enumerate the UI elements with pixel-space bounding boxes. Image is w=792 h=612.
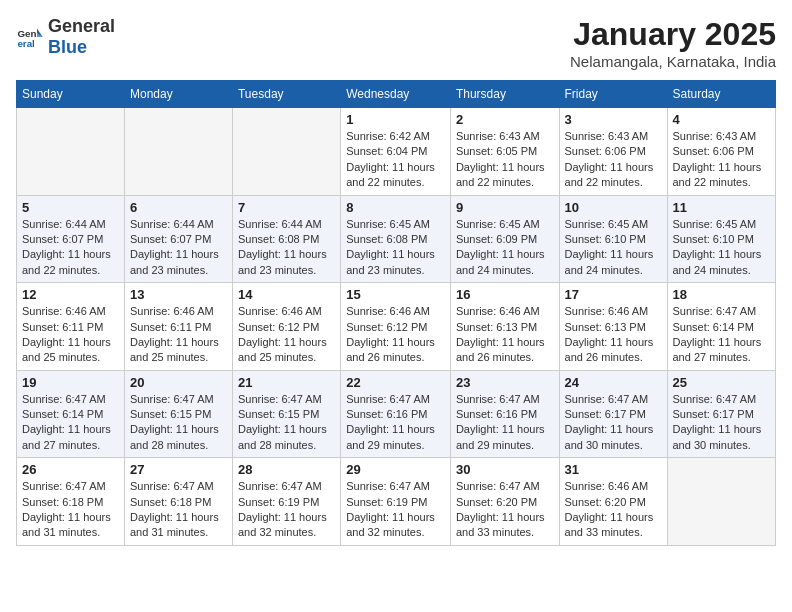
day-number: 21 <box>238 375 335 390</box>
day-info: Sunrise: 6:47 AMSunset: 6:19 PMDaylight:… <box>346 479 445 541</box>
day-info: Sunrise: 6:47 AMSunset: 6:20 PMDaylight:… <box>456 479 554 541</box>
day-info: Sunrise: 6:47 AMSunset: 6:15 PMDaylight:… <box>238 392 335 454</box>
calendar-cell: 31Sunrise: 6:46 AMSunset: 6:20 PMDayligh… <box>559 458 667 546</box>
calendar-cell <box>232 108 340 196</box>
calendar-cell: 11Sunrise: 6:45 AMSunset: 6:10 PMDayligh… <box>667 195 776 283</box>
day-info: Sunrise: 6:47 AMSunset: 6:16 PMDaylight:… <box>346 392 445 454</box>
day-number: 2 <box>456 112 554 127</box>
day-number: 23 <box>456 375 554 390</box>
day-number: 16 <box>456 287 554 302</box>
location-title: Nelamangala, Karnataka, India <box>570 53 776 70</box>
day-info: Sunrise: 6:44 AMSunset: 6:07 PMDaylight:… <box>22 217 119 279</box>
day-info: Sunrise: 6:46 AMSunset: 6:13 PMDaylight:… <box>456 304 554 366</box>
day-info: Sunrise: 6:47 AMSunset: 6:16 PMDaylight:… <box>456 392 554 454</box>
day-info: Sunrise: 6:46 AMSunset: 6:12 PMDaylight:… <box>238 304 335 366</box>
day-info: Sunrise: 6:43 AMSunset: 6:06 PMDaylight:… <box>565 129 662 191</box>
day-number: 15 <box>346 287 445 302</box>
day-number: 14 <box>238 287 335 302</box>
calendar-cell: 15Sunrise: 6:46 AMSunset: 6:12 PMDayligh… <box>341 283 451 371</box>
calendar-cell: 4Sunrise: 6:43 AMSunset: 6:06 PMDaylight… <box>667 108 776 196</box>
day-number: 12 <box>22 287 119 302</box>
weekday-header-saturday: Saturday <box>667 81 776 108</box>
calendar-cell: 27Sunrise: 6:47 AMSunset: 6:18 PMDayligh… <box>124 458 232 546</box>
calendar-cell: 6Sunrise: 6:44 AMSunset: 6:07 PMDaylight… <box>124 195 232 283</box>
day-number: 10 <box>565 200 662 215</box>
day-info: Sunrise: 6:44 AMSunset: 6:08 PMDaylight:… <box>238 217 335 279</box>
weekday-header-tuesday: Tuesday <box>232 81 340 108</box>
calendar-cell: 3Sunrise: 6:43 AMSunset: 6:06 PMDaylight… <box>559 108 667 196</box>
calendar-cell: 12Sunrise: 6:46 AMSunset: 6:11 PMDayligh… <box>17 283 125 371</box>
calendar-cell: 20Sunrise: 6:47 AMSunset: 6:15 PMDayligh… <box>124 370 232 458</box>
day-number: 1 <box>346 112 445 127</box>
calendar-cell: 21Sunrise: 6:47 AMSunset: 6:15 PMDayligh… <box>232 370 340 458</box>
logo-icon: Gen eral <box>16 23 44 51</box>
day-number: 30 <box>456 462 554 477</box>
title-section: January 2025 Nelamangala, Karnataka, Ind… <box>570 16 776 70</box>
weekday-header-thursday: Thursday <box>450 81 559 108</box>
month-title: January 2025 <box>570 16 776 53</box>
calendar-week-2: 5Sunrise: 6:44 AMSunset: 6:07 PMDaylight… <box>17 195 776 283</box>
day-info: Sunrise: 6:47 AMSunset: 6:17 PMDaylight:… <box>673 392 771 454</box>
calendar-cell: 24Sunrise: 6:47 AMSunset: 6:17 PMDayligh… <box>559 370 667 458</box>
day-number: 27 <box>130 462 227 477</box>
day-number: 8 <box>346 200 445 215</box>
day-info: Sunrise: 6:46 AMSunset: 6:11 PMDaylight:… <box>130 304 227 366</box>
weekday-header-monday: Monday <box>124 81 232 108</box>
page-header: Gen eral General Blue January 2025 Nelam… <box>16 16 776 70</box>
calendar-cell: 16Sunrise: 6:46 AMSunset: 6:13 PMDayligh… <box>450 283 559 371</box>
calendar-week-3: 12Sunrise: 6:46 AMSunset: 6:11 PMDayligh… <box>17 283 776 371</box>
logo: Gen eral General Blue <box>16 16 115 58</box>
day-info: Sunrise: 6:47 AMSunset: 6:18 PMDaylight:… <box>22 479 119 541</box>
day-info: Sunrise: 6:47 AMSunset: 6:14 PMDaylight:… <box>673 304 771 366</box>
day-info: Sunrise: 6:47 AMSunset: 6:19 PMDaylight:… <box>238 479 335 541</box>
day-number: 18 <box>673 287 771 302</box>
day-number: 19 <box>22 375 119 390</box>
calendar-week-1: 1Sunrise: 6:42 AMSunset: 6:04 PMDaylight… <box>17 108 776 196</box>
day-number: 3 <box>565 112 662 127</box>
calendar-cell <box>17 108 125 196</box>
day-info: Sunrise: 6:43 AMSunset: 6:06 PMDaylight:… <box>673 129 771 191</box>
day-number: 31 <box>565 462 662 477</box>
day-info: Sunrise: 6:43 AMSunset: 6:05 PMDaylight:… <box>456 129 554 191</box>
day-number: 22 <box>346 375 445 390</box>
day-number: 20 <box>130 375 227 390</box>
calendar-cell: 22Sunrise: 6:47 AMSunset: 6:16 PMDayligh… <box>341 370 451 458</box>
logo-blue: Blue <box>48 37 87 57</box>
calendar-cell: 23Sunrise: 6:47 AMSunset: 6:16 PMDayligh… <box>450 370 559 458</box>
day-number: 7 <box>238 200 335 215</box>
calendar-cell: 26Sunrise: 6:47 AMSunset: 6:18 PMDayligh… <box>17 458 125 546</box>
day-number: 5 <box>22 200 119 215</box>
calendar-cell: 9Sunrise: 6:45 AMSunset: 6:09 PMDaylight… <box>450 195 559 283</box>
logo-general: General <box>48 16 115 36</box>
day-info: Sunrise: 6:46 AMSunset: 6:13 PMDaylight:… <box>565 304 662 366</box>
day-number: 28 <box>238 462 335 477</box>
calendar-cell: 13Sunrise: 6:46 AMSunset: 6:11 PMDayligh… <box>124 283 232 371</box>
calendar-week-5: 26Sunrise: 6:47 AMSunset: 6:18 PMDayligh… <box>17 458 776 546</box>
calendar-cell: 8Sunrise: 6:45 AMSunset: 6:08 PMDaylight… <box>341 195 451 283</box>
calendar-cell: 29Sunrise: 6:47 AMSunset: 6:19 PMDayligh… <box>341 458 451 546</box>
calendar-table: SundayMondayTuesdayWednesdayThursdayFrid… <box>16 80 776 546</box>
logo-text: General Blue <box>48 16 115 58</box>
day-info: Sunrise: 6:47 AMSunset: 6:15 PMDaylight:… <box>130 392 227 454</box>
calendar-cell: 2Sunrise: 6:43 AMSunset: 6:05 PMDaylight… <box>450 108 559 196</box>
day-number: 17 <box>565 287 662 302</box>
day-info: Sunrise: 6:47 AMSunset: 6:17 PMDaylight:… <box>565 392 662 454</box>
day-number: 11 <box>673 200 771 215</box>
svg-text:eral: eral <box>17 38 35 49</box>
calendar-week-4: 19Sunrise: 6:47 AMSunset: 6:14 PMDayligh… <box>17 370 776 458</box>
day-number: 26 <box>22 462 119 477</box>
day-number: 6 <box>130 200 227 215</box>
calendar-cell: 1Sunrise: 6:42 AMSunset: 6:04 PMDaylight… <box>341 108 451 196</box>
calendar-cell <box>124 108 232 196</box>
day-info: Sunrise: 6:47 AMSunset: 6:14 PMDaylight:… <box>22 392 119 454</box>
calendar-cell: 7Sunrise: 6:44 AMSunset: 6:08 PMDaylight… <box>232 195 340 283</box>
calendar-cell: 5Sunrise: 6:44 AMSunset: 6:07 PMDaylight… <box>17 195 125 283</box>
calendar-cell: 10Sunrise: 6:45 AMSunset: 6:10 PMDayligh… <box>559 195 667 283</box>
day-info: Sunrise: 6:46 AMSunset: 6:12 PMDaylight:… <box>346 304 445 366</box>
calendar-cell: 30Sunrise: 6:47 AMSunset: 6:20 PMDayligh… <box>450 458 559 546</box>
calendar-cell: 25Sunrise: 6:47 AMSunset: 6:17 PMDayligh… <box>667 370 776 458</box>
day-number: 25 <box>673 375 771 390</box>
calendar-cell: 18Sunrise: 6:47 AMSunset: 6:14 PMDayligh… <box>667 283 776 371</box>
weekday-header-sunday: Sunday <box>17 81 125 108</box>
day-number: 24 <box>565 375 662 390</box>
